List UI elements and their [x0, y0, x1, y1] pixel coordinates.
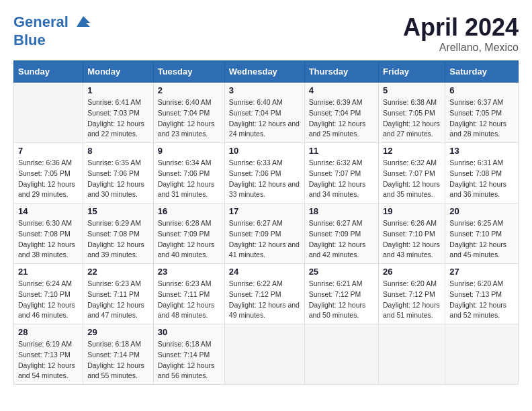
- day-number: 29: [87, 327, 149, 337]
- day-number: 24: [229, 267, 300, 277]
- header-friday: Friday: [379, 61, 445, 83]
- day-cell: 24Sunrise: 6:22 AMSunset: 7:12 PMDayligh…: [224, 264, 304, 324]
- day-number: 9: [158, 146, 220, 156]
- day-info: Sunrise: 6:22 AMSunset: 7:12 PMDaylight:…: [229, 279, 300, 321]
- logo-icon: [74, 13, 93, 32]
- calendar-table: SundayMondayTuesdayWednesdayThursdayFrid…: [13, 60, 519, 385]
- day-cell: [379, 324, 445, 385]
- day-cell: 17Sunrise: 6:27 AMSunset: 7:09 PMDayligh…: [224, 203, 304, 264]
- day-number: 23: [158, 267, 220, 277]
- day-cell: 3Sunrise: 6:40 AMSunset: 7:04 PMDaylight…: [224, 83, 304, 143]
- header-saturday: Saturday: [445, 61, 519, 83]
- header-monday: Monday: [83, 61, 154, 83]
- day-info: Sunrise: 6:18 AMSunset: 7:14 PMDaylight:…: [158, 339, 220, 381]
- day-cell: 8Sunrise: 6:35 AMSunset: 7:06 PMDaylight…: [83, 143, 154, 203]
- logo-blue-text: Blue: [13, 32, 93, 48]
- day-number: 18: [309, 206, 374, 216]
- day-info: Sunrise: 6:27 AMSunset: 7:09 PMDaylight:…: [309, 218, 374, 261]
- day-number: 30: [158, 327, 220, 337]
- header-thursday: Thursday: [304, 61, 378, 83]
- calendar-subtitle: Arellano, Mexico: [403, 42, 519, 54]
- day-number: 5: [383, 85, 441, 95]
- day-info: Sunrise: 6:29 AMSunset: 7:08 PMDaylight:…: [87, 218, 149, 261]
- day-info: Sunrise: 6:20 AMSunset: 7:12 PMDaylight:…: [383, 279, 441, 321]
- day-info: Sunrise: 6:35 AMSunset: 7:06 PMDaylight:…: [87, 158, 149, 200]
- day-info: Sunrise: 6:30 AMSunset: 7:08 PMDaylight:…: [18, 218, 79, 261]
- day-cell: [14, 83, 83, 143]
- day-cell: 1Sunrise: 6:41 AMSunset: 7:03 PMDaylight…: [83, 83, 154, 143]
- day-info: Sunrise: 6:36 AMSunset: 7:05 PMDaylight:…: [18, 158, 79, 200]
- header-tuesday: Tuesday: [153, 61, 224, 83]
- day-cell: 9Sunrise: 6:34 AMSunset: 7:06 PMDaylight…: [153, 143, 224, 203]
- day-number: 21: [18, 267, 79, 277]
- day-number: 12: [383, 146, 441, 156]
- day-cell: 21Sunrise: 6:24 AMSunset: 7:10 PMDayligh…: [14, 264, 83, 324]
- day-info: Sunrise: 6:25 AMSunset: 7:10 PMDaylight:…: [449, 218, 514, 261]
- logo: General Blue: [13, 13, 93, 48]
- day-cell: 26Sunrise: 6:20 AMSunset: 7:12 PMDayligh…: [379, 264, 445, 324]
- day-number: 19: [383, 206, 441, 216]
- day-number: 6: [449, 85, 514, 95]
- page-header: General Blue April 2024 Arellano, Mexico: [13, 13, 519, 54]
- day-info: Sunrise: 6:33 AMSunset: 7:06 PMDaylight:…: [229, 158, 300, 200]
- logo-text: General: [13, 13, 93, 32]
- calendar-title: April 2024: [403, 13, 519, 42]
- day-number: 4: [309, 85, 374, 95]
- day-number: 27: [449, 267, 514, 277]
- day-number: 25: [309, 267, 374, 277]
- day-info: Sunrise: 6:32 AMSunset: 7:07 PMDaylight:…: [309, 158, 374, 200]
- week-row-2: 7Sunrise: 6:36 AMSunset: 7:05 PMDaylight…: [14, 143, 519, 203]
- day-cell: 16Sunrise: 6:28 AMSunset: 7:09 PMDayligh…: [153, 203, 224, 264]
- day-info: Sunrise: 6:31 AMSunset: 7:08 PMDaylight:…: [449, 158, 514, 200]
- day-number: 15: [87, 206, 149, 216]
- week-row-1: 1Sunrise: 6:41 AMSunset: 7:03 PMDaylight…: [14, 83, 519, 143]
- day-cell: 11Sunrise: 6:32 AMSunset: 7:07 PMDayligh…: [304, 143, 378, 203]
- day-number: 2: [158, 85, 220, 95]
- day-info: Sunrise: 6:40 AMSunset: 7:04 PMDaylight:…: [229, 97, 300, 140]
- week-row-3: 14Sunrise: 6:30 AMSunset: 7:08 PMDayligh…: [14, 203, 519, 264]
- day-cell: 6Sunrise: 6:37 AMSunset: 7:05 PMDaylight…: [445, 83, 519, 143]
- day-number: 16: [158, 206, 220, 216]
- day-cell: 28Sunrise: 6:19 AMSunset: 7:13 PMDayligh…: [14, 324, 83, 385]
- day-number: 11: [309, 146, 374, 156]
- day-info: Sunrise: 6:24 AMSunset: 7:10 PMDaylight:…: [18, 279, 79, 321]
- day-info: Sunrise: 6:23 AMSunset: 7:11 PMDaylight:…: [158, 279, 220, 321]
- day-number: 7: [18, 146, 79, 156]
- day-cell: 2Sunrise: 6:40 AMSunset: 7:04 PMDaylight…: [153, 83, 224, 143]
- day-cell: 14Sunrise: 6:30 AMSunset: 7:08 PMDayligh…: [14, 203, 83, 264]
- day-number: 3: [229, 85, 300, 95]
- day-info: Sunrise: 6:34 AMSunset: 7:06 PMDaylight:…: [158, 158, 220, 200]
- day-cell: 30Sunrise: 6:18 AMSunset: 7:14 PMDayligh…: [153, 324, 224, 385]
- day-number: 26: [383, 267, 441, 277]
- header-sunday: Sunday: [14, 61, 83, 83]
- day-number: 8: [87, 146, 149, 156]
- day-cell: 19Sunrise: 6:26 AMSunset: 7:10 PMDayligh…: [379, 203, 445, 264]
- day-number: 1: [87, 85, 149, 95]
- day-info: Sunrise: 6:18 AMSunset: 7:14 PMDaylight:…: [87, 339, 149, 381]
- day-cell: 29Sunrise: 6:18 AMSunset: 7:14 PMDayligh…: [83, 324, 154, 385]
- day-number: 10: [229, 146, 300, 156]
- header-wednesday: Wednesday: [224, 61, 304, 83]
- day-cell: 15Sunrise: 6:29 AMSunset: 7:08 PMDayligh…: [83, 203, 154, 264]
- day-cell: [445, 324, 519, 385]
- day-info: Sunrise: 6:23 AMSunset: 7:11 PMDaylight:…: [87, 279, 149, 321]
- day-cell: 25Sunrise: 6:21 AMSunset: 7:12 PMDayligh…: [304, 264, 378, 324]
- day-info: Sunrise: 6:21 AMSunset: 7:12 PMDaylight:…: [309, 279, 374, 321]
- day-number: 14: [18, 206, 79, 216]
- week-row-5: 28Sunrise: 6:19 AMSunset: 7:13 PMDayligh…: [14, 324, 519, 385]
- day-cell: 12Sunrise: 6:32 AMSunset: 7:07 PMDayligh…: [379, 143, 445, 203]
- day-cell: 23Sunrise: 6:23 AMSunset: 7:11 PMDayligh…: [153, 264, 224, 324]
- day-info: Sunrise: 6:39 AMSunset: 7:04 PMDaylight:…: [309, 97, 374, 140]
- day-cell: 7Sunrise: 6:36 AMSunset: 7:05 PMDaylight…: [14, 143, 83, 203]
- day-cell: 4Sunrise: 6:39 AMSunset: 7:04 PMDaylight…: [304, 83, 378, 143]
- day-info: Sunrise: 6:27 AMSunset: 7:09 PMDaylight:…: [229, 218, 300, 261]
- day-info: Sunrise: 6:37 AMSunset: 7:05 PMDaylight:…: [449, 97, 514, 140]
- day-number: 20: [449, 206, 514, 216]
- day-info: Sunrise: 6:32 AMSunset: 7:07 PMDaylight:…: [383, 158, 441, 200]
- day-info: Sunrise: 6:41 AMSunset: 7:03 PMDaylight:…: [87, 97, 149, 140]
- title-block: April 2024 Arellano, Mexico: [403, 13, 519, 54]
- svg-marker-0: [77, 16, 90, 27]
- day-cell: 20Sunrise: 6:25 AMSunset: 7:10 PMDayligh…: [445, 203, 519, 264]
- day-cell: 5Sunrise: 6:38 AMSunset: 7:05 PMDaylight…: [379, 83, 445, 143]
- week-row-4: 21Sunrise: 6:24 AMSunset: 7:10 PMDayligh…: [14, 264, 519, 324]
